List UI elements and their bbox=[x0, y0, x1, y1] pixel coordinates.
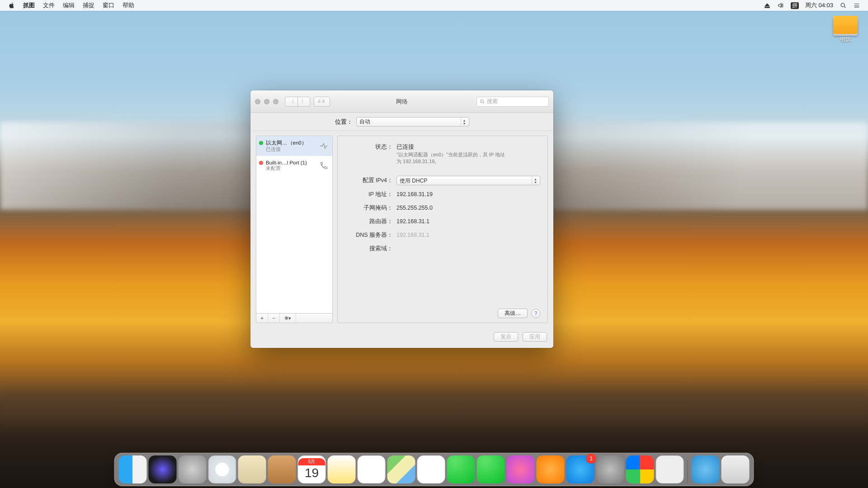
add-interface-button[interactable]: ＋ bbox=[256, 314, 268, 323]
sidebar-item-serial[interactable]: Built-in…l Port (1) 未配置 bbox=[256, 156, 332, 176]
search-domains-label: 搜索域： bbox=[342, 244, 396, 253]
calendar-day: 19 bbox=[305, 465, 319, 481]
show-all-button[interactable]: ⠿⠿ bbox=[314, 97, 330, 107]
interface-status: 已连接 bbox=[266, 146, 315, 153]
dock-finder[interactable] bbox=[119, 455, 147, 483]
status-dot-icon bbox=[259, 141, 263, 145]
dock-contacts[interactable] bbox=[268, 455, 296, 483]
zoom-button[interactable] bbox=[273, 99, 278, 104]
interfaces-list[interactable]: 以太网…（en0） 已连接 Built-in…l Port (1) 未配置 bbox=[256, 136, 333, 314]
subnet-mask-value: 255.255.255.0 bbox=[396, 203, 540, 212]
apply-button[interactable]: 应用 bbox=[523, 332, 547, 342]
dock-messages[interactable] bbox=[447, 455, 475, 483]
volume-icon[interactable] bbox=[774, 0, 788, 11]
interface-actions-menu[interactable]: ✻▾ bbox=[280, 314, 296, 323]
dock-trash[interactable] bbox=[722, 455, 750, 483]
input-method[interactable]: 拼 bbox=[788, 0, 802, 11]
status-description: “以太网适配器（en0）”当前是活跃的，其 IP 地址为 192.168.31.… bbox=[396, 151, 505, 165]
location-label: 位置： bbox=[335, 118, 353, 126]
dock-utilities[interactable] bbox=[656, 455, 684, 483]
menu-help[interactable]: 帮助 bbox=[118, 0, 138, 11]
window-footer: 复原 应用 bbox=[250, 328, 553, 348]
dock-separator bbox=[688, 460, 688, 483]
close-button[interactable] bbox=[255, 99, 260, 104]
dock-notes[interactable] bbox=[328, 455, 356, 483]
ip-address-label: IP 地址： bbox=[342, 190, 396, 199]
advanced-button[interactable]: 高级… bbox=[498, 309, 528, 318]
traffic-lights[interactable] bbox=[255, 99, 278, 104]
menu-capture[interactable]: 捕捉 bbox=[79, 0, 99, 11]
ipv4-config-label: 配置 IPv4： bbox=[342, 176, 396, 185]
router-label: 路由器： bbox=[342, 217, 396, 226]
interfaces-sidebar: 以太网…（en0） 已连接 Built-in…l Port (1) 未配置 bbox=[256, 136, 333, 323]
window-titlebar[interactable]: 〈 〉 ⠿⠿ 网络 搜索 bbox=[250, 90, 553, 113]
revert-button[interactable]: 复原 bbox=[494, 332, 518, 342]
dock-facetime[interactable] bbox=[477, 455, 505, 483]
minimize-button[interactable] bbox=[264, 99, 269, 104]
phone-icon bbox=[318, 160, 330, 172]
calendar-month: 5月 bbox=[298, 458, 326, 465]
ipv4-config-select[interactable]: 使用 DHCP ▲▼ bbox=[396, 176, 540, 185]
dns-label: DNS 服务器： bbox=[342, 230, 396, 239]
interface-name: Built-in…l Port (1) bbox=[266, 160, 315, 165]
forward-button[interactable]: 〉 bbox=[297, 97, 310, 107]
help-button[interactable]: ? bbox=[531, 309, 540, 318]
dock-appstore[interactable] bbox=[566, 455, 594, 483]
status-label: 状态： bbox=[342, 142, 396, 151]
menubar: 抓图 文件 编辑 捕捉 窗口 帮助 拼 周六 04:03 bbox=[0, 0, 868, 11]
menu-edit[interactable]: 编辑 bbox=[59, 0, 79, 11]
dock-maps[interactable] bbox=[387, 455, 415, 483]
sidebar-tools: ＋ － ✻▾ bbox=[256, 314, 333, 323]
spotlight-icon[interactable] bbox=[836, 0, 850, 11]
dock-downloads[interactable] bbox=[692, 455, 720, 483]
back-button[interactable]: 〈 bbox=[285, 97, 297, 107]
interface-detail-pane: 状态： 已连接 “以太网适配器（en0）”当前是活跃的，其 IP 地址为 192… bbox=[337, 136, 548, 323]
svg-line-1 bbox=[844, 7, 846, 8]
dock-calendar[interactable]: 5月 19 bbox=[298, 455, 326, 483]
dock-dashboard[interactable] bbox=[626, 455, 654, 483]
svg-point-0 bbox=[841, 3, 844, 7]
ipv4-config-value: 使用 DHCP bbox=[400, 176, 427, 185]
dock-mail[interactable] bbox=[238, 455, 266, 483]
sidebar-item-ethernet[interactable]: 以太网…（en0） 已连接 bbox=[256, 136, 332, 156]
menu-window[interactable]: 窗口 bbox=[99, 0, 118, 11]
dock-safari[interactable] bbox=[208, 455, 236, 483]
search-placeholder: 搜索 bbox=[487, 98, 498, 105]
interface-name: 以太网…（en0） bbox=[266, 140, 315, 146]
dock-itunes[interactable] bbox=[507, 455, 535, 483]
status-dot-icon bbox=[259, 161, 263, 165]
menu-file[interactable]: 文件 bbox=[39, 0, 59, 11]
location-value: 自动 bbox=[359, 118, 370, 126]
ethernet-icon bbox=[318, 140, 330, 152]
svg-line-6 bbox=[483, 102, 484, 103]
svg-point-5 bbox=[481, 99, 483, 102]
subnet-mask-label: 子网掩码： bbox=[342, 203, 396, 212]
desktop-volume-icon[interactable]: 电饮 bbox=[827, 16, 863, 43]
disk-label: 电饮 bbox=[827, 36, 863, 43]
apple-menu[interactable] bbox=[5, 0, 19, 11]
eject-icon[interactable] bbox=[760, 0, 774, 11]
interface-status: 未配置 bbox=[266, 165, 315, 172]
dock-photos[interactable] bbox=[417, 455, 445, 483]
dns-value: 192.168.31.1 bbox=[396, 230, 540, 239]
remove-interface-button[interactable]: － bbox=[268, 314, 280, 323]
clock[interactable]: 周六 04:03 bbox=[802, 0, 836, 11]
dock: 5月 19 bbox=[114, 453, 754, 486]
select-arrows-icon: ▲▼ bbox=[532, 177, 539, 184]
app-menu[interactable]: 抓图 bbox=[19, 0, 39, 11]
location-select[interactable]: 自动 ▲▼ bbox=[356, 117, 469, 127]
search-icon bbox=[480, 99, 485, 104]
ip-address-value: 192.168.31.19 bbox=[396, 190, 540, 199]
dock-siri[interactable] bbox=[149, 455, 177, 483]
dock-reminders[interactable] bbox=[358, 455, 386, 483]
status-value: 已连接 bbox=[396, 142, 540, 151]
router-value: 192.168.31.1 bbox=[396, 217, 540, 226]
preferences-search[interactable]: 搜索 bbox=[476, 97, 549, 107]
notification-center-icon[interactable] bbox=[850, 0, 863, 11]
disk-icon bbox=[833, 16, 858, 34]
dock-launchpad[interactable] bbox=[179, 455, 207, 483]
select-arrows-icon: ▲▼ bbox=[461, 118, 468, 126]
dock-system-preferences[interactable] bbox=[596, 455, 624, 483]
location-row: 位置： 自动 ▲▼ bbox=[250, 113, 553, 131]
dock-ibooks[interactable] bbox=[537, 455, 565, 483]
